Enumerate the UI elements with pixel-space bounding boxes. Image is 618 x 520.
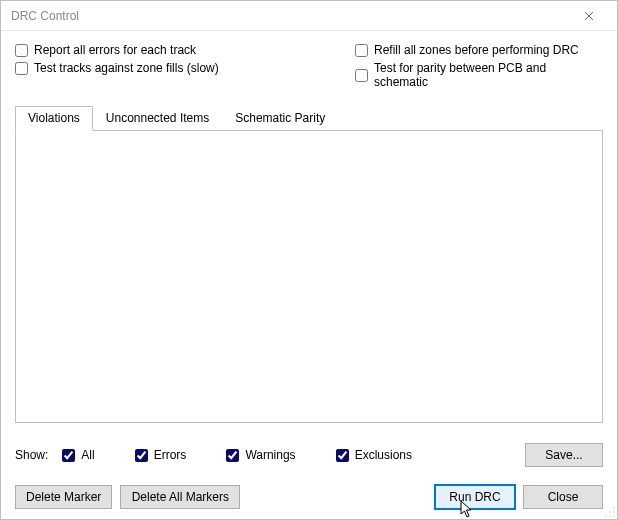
checkbox-input[interactable] — [62, 449, 75, 462]
delete-all-markers-button[interactable]: Delete All Markers — [120, 485, 240, 509]
checkbox-input[interactable] — [135, 449, 148, 462]
checkbox-parity[interactable]: Test for parity between PCB and schemati… — [355, 61, 603, 89]
checkbox-show-all[interactable]: All — [62, 448, 94, 462]
checkbox-input[interactable] — [355, 44, 368, 57]
checkbox-label: Test for parity between PCB and schemati… — [374, 61, 603, 89]
checkbox-label: Report all errors for each track — [34, 43, 196, 57]
checkbox-show-exclusions[interactable]: Exclusions — [336, 448, 412, 462]
tab-schematic-parity[interactable]: Schematic Parity — [222, 106, 338, 131]
tab-violations[interactable]: Violations — [15, 106, 93, 131]
checkbox-label: Exclusions — [355, 448, 412, 462]
checkbox-show-errors[interactable]: Errors — [135, 448, 187, 462]
show-label: Show: — [15, 448, 48, 462]
svg-point-3 — [605, 515, 607, 517]
checkbox-label: Warnings — [245, 448, 295, 462]
tab-panel — [15, 130, 603, 423]
checkbox-label: Errors — [154, 448, 187, 462]
resize-grip-icon[interactable] — [604, 506, 616, 518]
delete-marker-button[interactable]: Delete Marker — [15, 485, 112, 509]
close-icon[interactable] — [569, 2, 609, 30]
checkbox-refill[interactable]: Refill all zones before performing DRC — [355, 43, 603, 57]
checkbox-label: Refill all zones before performing DRC — [374, 43, 579, 57]
content-area: Report all errors for each track Test tr… — [1, 31, 617, 519]
checkbox-input[interactable] — [226, 449, 239, 462]
run-drc-button[interactable]: Run DRC — [435, 485, 515, 509]
checkbox-input[interactable] — [15, 44, 28, 57]
checkbox-input[interactable] — [355, 69, 368, 82]
options-row: Report all errors for each track Test tr… — [15, 43, 603, 89]
tabstrip: Violations Unconnected Items Schematic P… — [15, 106, 603, 131]
tabs: Violations Unconnected Items Schematic P… — [15, 105, 603, 423]
checkbox-show-warnings[interactable]: Warnings — [226, 448, 295, 462]
button-row: Delete Marker Delete All Markers Run DRC… — [15, 485, 603, 509]
window-title: DRC Control — [11, 9, 569, 23]
checkbox-label: Test tracks against zone fills (slow) — [34, 61, 219, 75]
svg-point-1 — [609, 511, 611, 513]
save-button[interactable]: Save... — [525, 443, 603, 467]
titlebar: DRC Control — [1, 1, 617, 31]
close-button[interactable]: Close — [523, 485, 603, 509]
checkbox-label: All — [81, 448, 94, 462]
drc-dialog: DRC Control Report all errors for each t… — [0, 0, 618, 520]
svg-point-2 — [613, 511, 615, 513]
svg-point-5 — [613, 515, 615, 517]
checkbox-test-tracks[interactable]: Test tracks against zone fills (slow) — [15, 61, 315, 75]
tab-unconnected[interactable]: Unconnected Items — [93, 106, 222, 131]
svg-point-0 — [613, 507, 615, 509]
show-row: Show: All Errors Warnings Exclusions Sav… — [15, 443, 603, 467]
checkbox-input[interactable] — [336, 449, 349, 462]
checkbox-report-all[interactable]: Report all errors for each track — [15, 43, 315, 57]
svg-point-4 — [609, 515, 611, 517]
checkbox-input[interactable] — [15, 62, 28, 75]
